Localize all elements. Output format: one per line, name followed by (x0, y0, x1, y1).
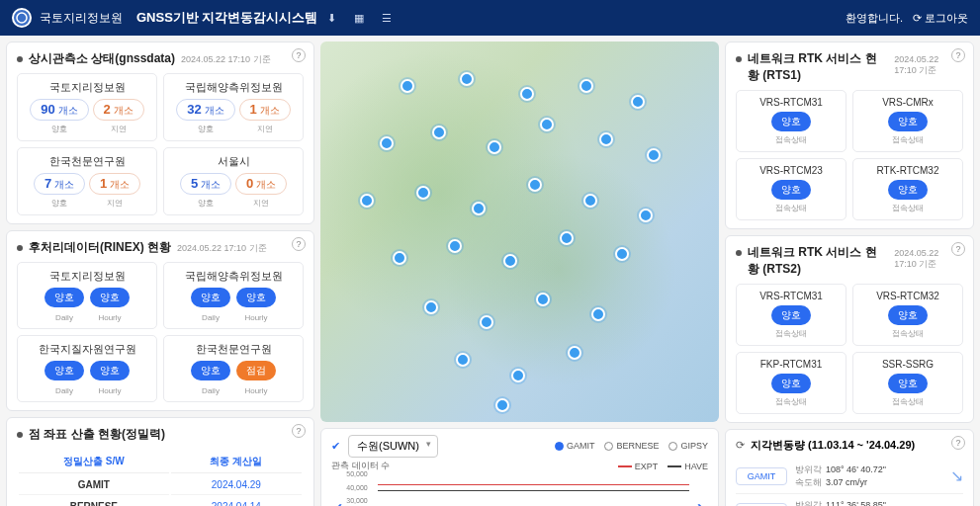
gnss-org-card: 한국천문연구원 7 개소양호 1 개소지연 (17, 147, 157, 215)
map-marker[interactable] (583, 194, 597, 208)
status-badge: 양호 (888, 112, 928, 131)
chart-legend-2: EXPT HAVE (618, 462, 708, 471)
service-name: VRS-RTCM31 (741, 291, 842, 301)
info-icon[interactable]: ? (951, 436, 965, 450)
status-label: 접속상태 (741, 203, 842, 213)
map-marker[interactable] (540, 118, 554, 131)
delay-count: 0 개소 (235, 173, 287, 195)
map-marker[interactable] (401, 79, 414, 93)
gnss-org-card: 서울시 5 개소양호 0 개소지연 (163, 147, 304, 215)
map-marker[interactable] (460, 72, 474, 86)
panel-title: 네트워크 RTK 서비스 현황 (RTS2) (748, 244, 888, 278)
panel-rinex: 후처리데이터(RINEX) 현황2024.05.22 17:10 기준 ? 국토… (6, 230, 314, 411)
delay-count: 2 개소 (93, 99, 144, 121)
status-label: 접속상태 (857, 396, 958, 407)
map-marker[interactable] (579, 79, 593, 93)
map-marker[interactable] (360, 194, 374, 208)
service-name: SSR-SSRG (857, 359, 958, 370)
map-marker[interactable] (511, 369, 525, 382)
map-marker[interactable] (480, 315, 493, 329)
chart-next-button[interactable]: › (693, 495, 708, 506)
grid-view-icon[interactable]: ▦ (348, 7, 370, 29)
service-name: VRS-RTCM31 (741, 97, 842, 108)
list-view-icon[interactable]: ☰ (376, 7, 398, 29)
map-marker[interactable] (488, 140, 501, 154)
app-header: 국토지리정보원 GNSS기반 지각변동감시시스템 ⬇ ▦ ☰ 환영합니다. ⟳ … (0, 0, 980, 36)
status-label: 접속상태 (741, 134, 842, 145)
map-marker[interactable] (448, 239, 462, 253)
map-marker[interactable] (631, 95, 645, 109)
rtk-service-card: RTK-RTCM32 양호 접속상태 (852, 158, 963, 220)
panel-gnss-status: 상시관측소 상태(gnssdata)2024.05.22 17:10 기준 ? … (6, 42, 314, 224)
map-marker[interactable] (639, 209, 653, 222)
panel-title: 점 좌표 산출 현황(정밀력) (29, 426, 165, 443)
panel-coord: 점 좌표 산출 현황(정밀력) ? 정밀산출 S/W최종 계산일 GAMIT20… (6, 417, 314, 506)
chart-legend: GAMIT BERNESE GIPSY (555, 441, 708, 451)
map-marker[interactable] (647, 148, 661, 162)
info-icon[interactable]: ? (292, 237, 306, 251)
download-icon[interactable]: ⬇ (320, 7, 342, 29)
map-marker[interactable] (503, 254, 517, 268)
hourly-status: 점검Hourly (236, 361, 276, 395)
info-icon[interactable]: ? (951, 242, 965, 256)
rtk-service-card: VRS-RTCM32 양호 접속상태 (852, 284, 963, 346)
status-label: 접속상태 (857, 203, 958, 213)
station-select[interactable]: 수원(SUWN) (348, 435, 438, 458)
service-name: RTK-RTCM32 (857, 165, 958, 176)
map-marker[interactable] (560, 231, 574, 245)
map-marker[interactable] (393, 251, 406, 265)
hourly-status: 양호Hourly (90, 361, 130, 395)
sync-icon[interactable]: ⟳ (736, 439, 745, 452)
daily-status: 양호Daily (45, 288, 84, 322)
info-icon[interactable]: ? (292, 48, 306, 62)
panel-title: 상시관측소 상태(gnssdata) (29, 50, 175, 67)
map-marker[interactable] (615, 247, 629, 261)
map-marker[interactable] (528, 178, 542, 192)
gnss-org-card: 국토지리정보원 90 개소양호 2 개소지연 (17, 73, 157, 141)
status-label: 접속상태 (741, 328, 842, 339)
rtk-service-card: VRS-RTCM31 양호 접속상태 (736, 284, 846, 346)
map-marker[interactable] (591, 307, 605, 321)
map-marker[interactable] (568, 346, 581, 360)
map-marker[interactable] (456, 353, 470, 367)
daily-status: 양호Daily (191, 288, 230, 322)
panel-title: 지각변동량 (11.03.14 ~ '24.04.29) (751, 438, 915, 453)
info-icon[interactable]: ? (951, 48, 965, 62)
panel-rtk2: 네트워크 RTK 서비스 현황 (RTS2)2024.05.22 17:10 기… (725, 235, 974, 423)
chart-prev-button[interactable]: ‹ (331, 495, 346, 506)
arrow-icon: ↘ (950, 502, 963, 506)
rtk-service-card: VRS-CMRx 양호 접속상태 (852, 90, 963, 152)
disp-row: GAMIT 방위각108° 46' 40.72"속도해3.07 cm/yr ↘ (736, 459, 963, 494)
map-marker[interactable] (424, 300, 438, 314)
rtk-service-card: SSR-SSRG 양호 접속상태 (852, 352, 963, 414)
greeting-text: 환영합니다. (846, 11, 903, 26)
map-marker[interactable] (432, 126, 446, 139)
status-label: 접속상태 (857, 134, 958, 145)
arrow-icon: ↘ (950, 466, 963, 485)
rinex-org-card: 국토지리정보원 양호Daily 양호Hourly (17, 262, 157, 329)
map-marker[interactable] (380, 136, 394, 150)
org-name: 국토지리정보원 (22, 80, 152, 95)
gnss-org-card: 국립해양측위정보원 32 개소양호 1 개소지연 (163, 73, 304, 141)
info-icon[interactable]: ? (292, 424, 306, 438)
map-marker[interactable] (416, 186, 430, 200)
status-label: 접속상태 (741, 396, 842, 407)
chart-series-line (378, 490, 688, 491)
service-name: VRS-RTCM32 (857, 291, 958, 301)
map-marker[interactable] (599, 132, 613, 146)
svg-point-0 (17, 13, 27, 23)
map-view[interactable] (320, 42, 719, 422)
logout-icon: ⟳ (913, 12, 922, 25)
map-marker[interactable] (536, 293, 550, 306)
logout-button[interactable]: ⟳ 로그아웃 (913, 11, 968, 26)
chart-plot: 010,00020,00030,00040,00050,00004-192024… (346, 474, 692, 506)
map-marker[interactable] (472, 202, 486, 215)
org-name: 한국지질자원연구원 (22, 342, 152, 357)
status-badge: 양호 (771, 374, 811, 393)
good-count: 90 개소 (30, 99, 88, 121)
map-marker[interactable] (520, 87, 534, 101)
solver-tag: GAMIT (736, 467, 787, 485)
org-name: 국토지리정보원 (40, 10, 123, 27)
org-name: 국립해양측위정보원 (168, 80, 299, 95)
map-marker[interactable] (495, 398, 509, 412)
